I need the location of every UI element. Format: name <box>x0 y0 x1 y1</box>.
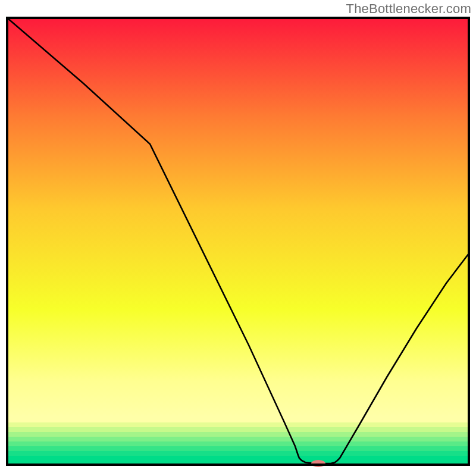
svg-rect-6 <box>7 381 469 417</box>
svg-rect-10 <box>7 432 469 437</box>
svg-rect-8 <box>7 422 469 428</box>
svg-rect-13 <box>7 446 469 452</box>
svg-rect-5 <box>7 309 469 381</box>
svg-rect-11 <box>7 437 469 442</box>
svg-rect-14 <box>7 451 469 456</box>
svg-rect-7 <box>7 416 469 423</box>
svg-rect-2 <box>7 18 469 114</box>
svg-rect-3 <box>7 113 469 209</box>
svg-rect-4 <box>7 208 469 310</box>
chart-frame: TheBottlenecker.com <box>0 0 476 476</box>
svg-rect-9 <box>7 427 469 433</box>
background-gradient <box>7 18 469 465</box>
svg-rect-12 <box>7 441 469 447</box>
bottleneck-chart <box>0 0 476 476</box>
